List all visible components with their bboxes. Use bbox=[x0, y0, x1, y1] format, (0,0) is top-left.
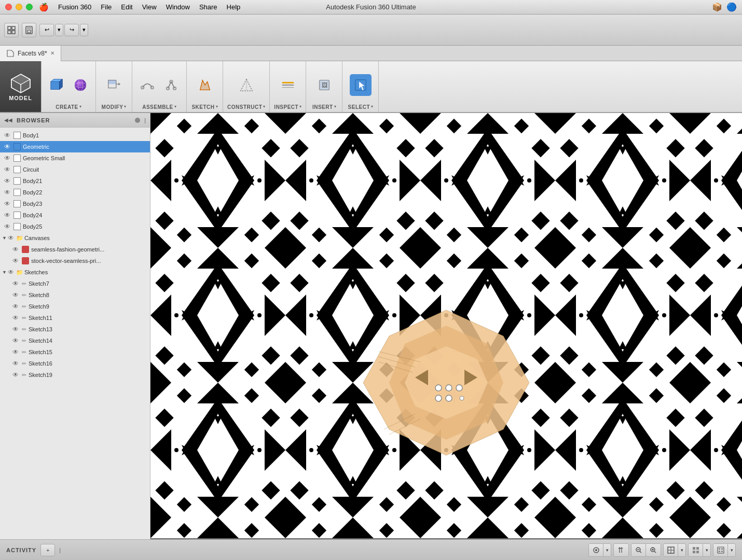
orbit-button[interactable] bbox=[589, 544, 603, 556]
visibility-icon[interactable]: 👁 bbox=[4, 189, 11, 196]
visibility-icon[interactable]: 👁 bbox=[12, 280, 20, 287]
insert-dropdown-icon[interactable]: ▾ bbox=[334, 104, 336, 109]
visibility-icon[interactable]: 👁 bbox=[4, 212, 11, 219]
tab-close-button[interactable]: ✕ bbox=[50, 50, 54, 56]
save-button[interactable] bbox=[22, 23, 36, 37]
visibility-icon[interactable]: 👁 bbox=[8, 269, 15, 276]
menu-window[interactable]: Window bbox=[162, 2, 194, 12]
visibility-icon[interactable]: 👁 bbox=[12, 337, 20, 344]
display-mode-button[interactable] bbox=[689, 544, 703, 556]
browser-section-sketches[interactable]: ▼ 👁 📁 Sketches bbox=[0, 267, 150, 278]
menu-share[interactable]: Share bbox=[195, 2, 222, 12]
dropbox-icon[interactable]: 📦 bbox=[712, 2, 722, 12]
create-box-button[interactable] bbox=[46, 74, 67, 96]
undo-button[interactable]: ↩ bbox=[39, 24, 54, 36]
render-dropdown[interactable]: ▾ bbox=[728, 544, 735, 556]
browser-item-sketch11[interactable]: 👁 ✏ Sketch11 bbox=[0, 312, 150, 324]
inspect-button[interactable] bbox=[277, 74, 299, 96]
assemble-dropdown-icon[interactable]: ▾ bbox=[174, 104, 176, 109]
view-dropdown[interactable]: ▾ bbox=[678, 544, 685, 556]
create-dropdown-icon[interactable]: ▾ bbox=[79, 104, 81, 109]
browser-item-sketch7[interactable]: 👁 ✏ Sketch7 bbox=[0, 278, 150, 289]
document-tab[interactable]: Facets v8* ✕ bbox=[0, 46, 61, 61]
create-sphere-button[interactable] bbox=[70, 74, 91, 96]
browser-item-geometric[interactable]: 👁 Geometric bbox=[0, 141, 150, 152]
select-button[interactable] bbox=[350, 74, 372, 96]
grid-view-button[interactable] bbox=[4, 23, 19, 37]
visibility-icon[interactable]: 👁 bbox=[4, 143, 11, 150]
menu-fusion360[interactable]: Fusion 360 bbox=[54, 2, 95, 12]
menu-edit[interactable]: Edit bbox=[117, 2, 136, 12]
assemble-button2[interactable] bbox=[160, 74, 182, 96]
minimize-window-button[interactable] bbox=[16, 4, 22, 10]
visibility-icon[interactable]: 👁 bbox=[4, 200, 11, 207]
browser-item-geometric-small[interactable]: 👁 Geometric Small bbox=[0, 152, 150, 164]
browser-item-body21[interactable]: 👁 Body21 bbox=[0, 175, 150, 187]
inspect-dropdown-icon[interactable]: ▾ bbox=[299, 104, 301, 109]
construct-button[interactable] bbox=[236, 74, 257, 96]
modify-dropdown-icon[interactable]: ▾ bbox=[124, 104, 126, 109]
browser-item-circuit[interactable]: 👁 Circuit bbox=[0, 164, 150, 175]
browser-item-sketch15[interactable]: 👁 ✏ Sketch15 bbox=[0, 346, 150, 358]
browser-item-body25[interactable]: 👁 Body25 bbox=[0, 221, 150, 232]
browser-item-body1[interactable]: 👁 Body1 bbox=[0, 130, 150, 141]
browser-collapse-icon[interactable]: ◀◀ bbox=[4, 117, 12, 123]
zoom-out-button[interactable] bbox=[631, 544, 646, 556]
visibility-icon[interactable]: 👁 bbox=[12, 348, 20, 356]
menu-view[interactable]: View bbox=[138, 2, 161, 12]
insert-button[interactable]: 🖼 bbox=[313, 74, 335, 96]
render-mode-button[interactable] bbox=[713, 544, 728, 556]
menu-file[interactable]: File bbox=[97, 2, 116, 12]
visibility-icon[interactable]: 👁 bbox=[12, 371, 20, 379]
viewport[interactable] bbox=[150, 113, 742, 539]
browser-item-body23[interactable]: 👁 Body23 bbox=[0, 198, 150, 209]
visibility-icon[interactable]: 👁 bbox=[12, 257, 20, 264]
visibility-icon[interactable]: 👁 bbox=[12, 246, 20, 253]
visibility-icon[interactable]: 👁 bbox=[4, 223, 11, 230]
browser-resize-handle[interactable]: | bbox=[144, 117, 146, 123]
browser-section-canvases[interactable]: ▼ 👁 📁 Canvases bbox=[0, 232, 150, 244]
redo-button[interactable]: ↪ bbox=[64, 24, 79, 36]
redo-dropdown[interactable]: ▾ bbox=[80, 24, 88, 36]
undo-dropdown[interactable]: ▾ bbox=[55, 24, 63, 36]
view-mode-button[interactable] bbox=[664, 544, 678, 556]
visibility-icon[interactable]: 👁 bbox=[8, 234, 15, 242]
visibility-icon[interactable]: 👁 bbox=[4, 155, 11, 162]
assemble-button1[interactable] bbox=[136, 74, 158, 96]
browser-item-canvas1[interactable]: 👁 seamless-fashion-geometri... bbox=[0, 244, 150, 255]
browser-item-sketch13[interactable]: 👁 ✏ Sketch13 bbox=[0, 324, 150, 335]
browser-item-sketch14[interactable]: 👁 ✏ Sketch14 bbox=[0, 335, 150, 346]
browser-item-sketch8[interactable]: 👁 ✏ Sketch8 bbox=[0, 289, 150, 301]
visibility-icon[interactable]: 👁 bbox=[12, 326, 20, 333]
modify-button[interactable] bbox=[103, 74, 125, 96]
model-section[interactable]: MODEL bbox=[0, 61, 42, 112]
apple-menu-icon[interactable]: 🍎 bbox=[39, 3, 49, 12]
display-dropdown[interactable]: ▾ bbox=[703, 544, 710, 556]
browser-item-sketch19[interactable]: 👁 ✏ Sketch19 bbox=[0, 369, 150, 381]
browser-options-button[interactable] bbox=[135, 118, 140, 123]
visibility-icon[interactable]: 👁 bbox=[4, 177, 11, 185]
menu-help[interactable]: Help bbox=[223, 2, 245, 12]
cc-icon[interactable]: 🔵 bbox=[726, 2, 737, 12]
zoom-window-button[interactable] bbox=[26, 4, 33, 10]
pan-button[interactable] bbox=[614, 544, 628, 556]
visibility-icon[interactable]: 👁 bbox=[12, 360, 20, 367]
browser-item-canvas2[interactable]: 👁 stock-vector-seamless-pri... bbox=[0, 255, 150, 267]
select-dropdown-icon[interactable]: ▾ bbox=[371, 104, 373, 109]
construct-dropdown-icon[interactable]: ▾ bbox=[263, 104, 265, 109]
activity-add-button[interactable]: + bbox=[40, 544, 55, 556]
browser-item-sketch16[interactable]: 👁 ✏ Sketch16 bbox=[0, 358, 150, 369]
sketch-dropdown-icon[interactable]: ▾ bbox=[216, 104, 218, 109]
zoom-in-button[interactable] bbox=[646, 544, 661, 556]
browser-item-sketch9[interactable]: 👁 ✏ Sketch9 bbox=[0, 301, 150, 312]
browser-item-body24[interactable]: 👁 Body24 bbox=[0, 209, 150, 221]
activity-drag-handle[interactable]: | bbox=[59, 547, 61, 553]
visibility-icon[interactable]: 👁 bbox=[12, 303, 20, 310]
visibility-icon[interactable]: 👁 bbox=[12, 291, 20, 299]
close-window-button[interactable] bbox=[5, 4, 12, 10]
visibility-icon[interactable]: 👁 bbox=[4, 166, 11, 173]
visibility-icon[interactable]: 👁 bbox=[12, 314, 20, 321]
visibility-icon[interactable]: 👁 bbox=[4, 132, 11, 139]
orbit-dropdown[interactable]: ▾ bbox=[603, 544, 611, 556]
browser-item-body22[interactable]: 👁 Body22 bbox=[0, 187, 150, 198]
